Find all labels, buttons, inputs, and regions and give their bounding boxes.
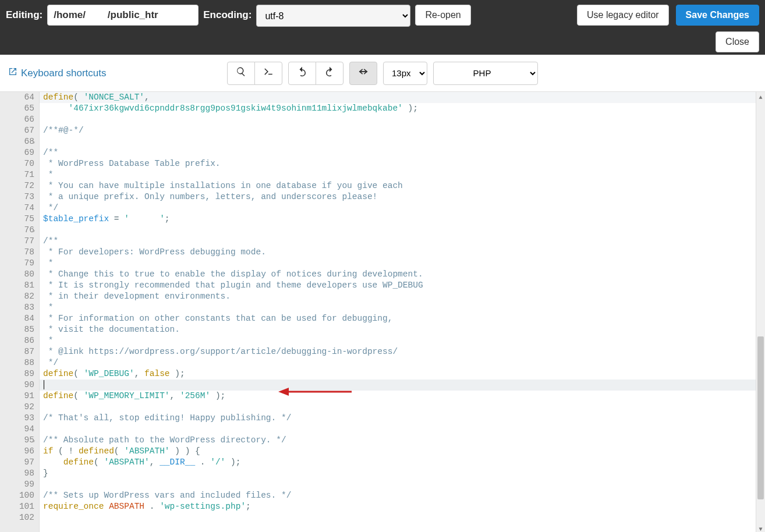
wrap-icon xyxy=(358,66,369,80)
code-line[interactable]: * Change this to true to enable the disp… xyxy=(40,269,756,280)
code-line[interactable]: /**#@-*/ xyxy=(40,125,756,136)
code-line[interactable] xyxy=(40,225,756,236)
scrollbar-thumb[interactable] xyxy=(757,336,764,499)
code-line[interactable]: */ xyxy=(40,357,756,368)
editing-label: Editing: xyxy=(6,5,42,26)
code-line[interactable] xyxy=(40,479,756,490)
code-line[interactable]: * xyxy=(40,335,756,346)
code-line[interactable]: /** xyxy=(40,236,756,247)
terminal-button[interactable] xyxy=(254,62,282,85)
code-line[interactable]: * xyxy=(40,169,756,180)
code-line[interactable]: /** Absolute path to the WordPress direc… xyxy=(40,435,756,446)
close-button[interactable]: Close xyxy=(716,31,759,52)
terminal-icon xyxy=(263,66,274,80)
legacy-editor-button[interactable]: Use legacy editor xyxy=(577,5,669,26)
code-line[interactable]: * For information on other constants tha… xyxy=(40,313,756,324)
secondary-toolbar: Keyboard shortcuts 13px PHP xyxy=(0,55,765,92)
code-line[interactable] xyxy=(40,512,756,523)
code-line[interactable]: $table_prefix = ' '; xyxy=(40,214,756,225)
code-editor[interactable]: 6465666768697071727374757677787980818283… xyxy=(0,92,765,532)
file-path-input[interactable] xyxy=(47,5,199,26)
code-area[interactable]: define( 'NONCE_SALT', '467ixr36kgwvdi6cp… xyxy=(40,92,756,532)
kb-link-text: Keyboard shortcuts xyxy=(21,68,106,79)
redo-button[interactable] xyxy=(316,62,343,85)
code-line[interactable]: define( 'NONCE_SALT', xyxy=(40,92,756,103)
code-line[interactable]: * It is strongly recommended that plugin… xyxy=(40,280,756,291)
scroll-down-arrow-icon[interactable]: ▼ xyxy=(756,524,765,532)
code-line[interactable]: * You can have multiple installations in… xyxy=(40,180,756,191)
save-changes-button[interactable]: Save Changes xyxy=(676,5,759,26)
code-line[interactable]: * @link https://wordpress.org/support/ar… xyxy=(40,346,756,357)
code-line[interactable] xyxy=(40,136,756,147)
vertical-scrollbar[interactable]: ▲ ▼ xyxy=(756,92,765,532)
line-gutter: 6465666768697071727374757677787980818283… xyxy=(0,92,40,532)
redo-icon xyxy=(324,66,335,80)
code-line[interactable]: * xyxy=(40,258,756,269)
undo-button[interactable] xyxy=(288,62,316,85)
code-line[interactable] xyxy=(40,114,756,125)
code-line[interactable]: /** xyxy=(40,147,756,158)
keyboard-shortcuts-link[interactable]: Keyboard shortcuts xyxy=(8,67,106,79)
code-line[interactable] xyxy=(40,424,756,435)
scroll-up-arrow-icon[interactable]: ▲ xyxy=(756,92,765,100)
code-line[interactable]: * a unique prefix. Only numbers, letters… xyxy=(40,191,756,203)
encoding-label: Encoding: xyxy=(203,5,252,26)
search-button[interactable] xyxy=(227,62,255,85)
language-select[interactable]: PHP xyxy=(433,62,538,85)
code-line[interactable]: /** Sets up WordPress vars and included … xyxy=(40,490,756,501)
code-line[interactable]: require_once ABSPATH . 'wp-settings.php'… xyxy=(40,501,756,512)
wrap-toggle-button[interactable] xyxy=(349,62,377,85)
undo-redo-group xyxy=(288,62,343,85)
code-line[interactable]: define( 'WP_DEBUG', false ); xyxy=(40,368,756,380)
code-line[interactable]: '467ixr36kgwvdi6cpnddr8s8rgg9pos91gskiw4… xyxy=(40,103,756,114)
code-line[interactable]: /* That's all, stop editing! Happy publi… xyxy=(40,413,756,424)
top-toolbar: Editing: Encoding: utf-8 Re-open Use leg… xyxy=(0,0,765,55)
code-line[interactable] xyxy=(40,380,756,391)
code-line[interactable]: define( 'ABSPATH', __DIR__ . '/' ); xyxy=(40,457,756,468)
search-terminal-group xyxy=(227,62,282,85)
search-icon xyxy=(236,66,246,80)
code-line[interactable]: * For developers: WordPress debugging mo… xyxy=(40,247,756,258)
code-line[interactable]: */ xyxy=(40,203,756,214)
center-controls: 13px PHP xyxy=(227,62,538,85)
code-line[interactable]: * WordPress Database Table prefix. xyxy=(40,158,756,169)
code-line[interactable] xyxy=(40,402,756,413)
encoding-select[interactable]: utf-8 xyxy=(256,5,410,27)
font-size-select[interactable]: 13px xyxy=(383,62,427,85)
code-line[interactable]: * visit the documentation. xyxy=(40,324,756,335)
code-line[interactable]: } xyxy=(40,468,756,479)
code-line[interactable]: * xyxy=(40,302,756,313)
right-button-group: Use legacy editor Save Changes Close xyxy=(577,5,759,52)
code-line[interactable]: define( 'WP_MEMORY_LIMIT', '256M' ); xyxy=(40,391,756,402)
code-line[interactable]: if ( ! defined( 'ABSPATH' ) ) { xyxy=(40,446,756,457)
external-link-icon xyxy=(8,67,17,79)
reopen-button[interactable]: Re-open xyxy=(415,5,470,26)
code-line[interactable]: * in their development environments. xyxy=(40,291,756,302)
undo-icon xyxy=(297,66,307,80)
